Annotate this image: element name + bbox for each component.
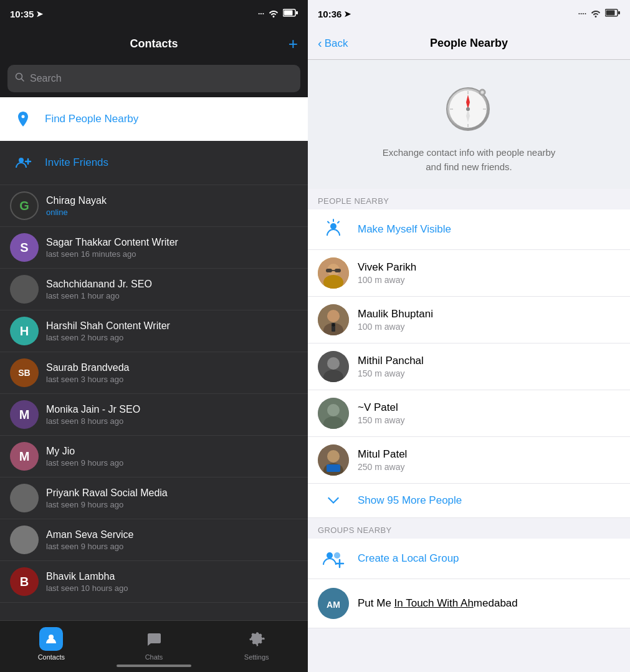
contact-name: Bhavik Lambha bbox=[46, 571, 298, 582]
svg-rect-10 bbox=[606, 11, 615, 16]
left-status-icons: ··· bbox=[258, 9, 298, 19]
group-avatar: AM bbox=[318, 588, 349, 619]
svg-point-45 bbox=[327, 450, 340, 463]
avatar bbox=[318, 257, 349, 289]
settings-tab-icon bbox=[245, 627, 269, 651]
svg-point-49 bbox=[334, 552, 340, 559]
person-name: Mithil Panchal bbox=[358, 355, 620, 367]
put-in-touch-item[interactable]: AM Put Me In Touch With Ahmedabad bbox=[308, 579, 630, 628]
avatar bbox=[10, 526, 39, 554]
person-info: Mithil Panchal 150 m away bbox=[358, 355, 620, 378]
create-group-icon bbox=[318, 547, 349, 570]
contact-item[interactable]: Priyank Raval Social Media last seen 9 h… bbox=[0, 478, 308, 519]
make-visible-item[interactable]: Make Myself Visible bbox=[308, 209, 630, 250]
contact-item[interactable]: G Chirag Nayak online bbox=[0, 185, 308, 227]
avatar bbox=[318, 444, 349, 476]
people-nearby-list: Make Myself Visible Vivek Parikh 100 m a… bbox=[308, 209, 630, 518]
contact-status: online bbox=[46, 208, 298, 217]
left-status-bar: 10:35 ➤ ··· bbox=[0, 0, 308, 27]
left-wifi-icon bbox=[268, 9, 279, 19]
contact-item[interactable]: Sachchidanand Jr. SEO last seen 1 hour a… bbox=[0, 269, 308, 310]
back-chevron-icon: ‹ bbox=[318, 36, 322, 50]
avatar: H bbox=[10, 317, 39, 345]
add-contact-button[interactable]: + bbox=[289, 36, 298, 52]
contact-item[interactable]: M My Jio last seen 9 hours ago bbox=[0, 436, 308, 478]
contact-name: Harshil Shah Content Writer bbox=[46, 320, 298, 332]
contacts-tab-icon bbox=[39, 627, 63, 651]
person-info: Mitul Patel 250 m away bbox=[358, 448, 620, 472]
contact-item[interactable]: S Sagar Thakkar Content Writer last seen… bbox=[0, 227, 308, 269]
contact-name: Chirag Nayak bbox=[46, 195, 298, 206]
svg-rect-11 bbox=[618, 11, 620, 14]
contact-status: last seen 9 hours ago bbox=[46, 500, 298, 509]
contact-name: Sachchidanand Jr. SEO bbox=[46, 279, 298, 290]
avatar: SB bbox=[10, 358, 39, 387]
create-local-group-item[interactable]: Create a Local Group bbox=[308, 539, 630, 579]
svg-text:AM: AM bbox=[327, 600, 340, 610]
person-item-vivek[interactable]: Vivek Parikh 100 m away bbox=[308, 250, 630, 297]
contact-item[interactable]: Aman Seva Service last seen 9 hours ago bbox=[0, 519, 308, 561]
svg-rect-31 bbox=[335, 269, 341, 272]
right-status-bar: 10:36 ➤ ···· bbox=[308, 0, 630, 27]
hero-area: Exchange contact info with people nearby… bbox=[308, 60, 630, 189]
groups-nearby-section: GROUPS NEARBY Create a Local Group AM bbox=[308, 518, 630, 628]
back-button[interactable]: ‹ Back bbox=[318, 36, 348, 50]
person-name: ~V Patel bbox=[358, 401, 620, 414]
contacts-list: G Chirag Nayak online S Sagar Thakkar Co… bbox=[0, 185, 308, 620]
person-distance: 150 m away bbox=[358, 415, 620, 425]
search-bar[interactable]: Search bbox=[7, 65, 300, 92]
page-title: People Nearby bbox=[430, 37, 508, 50]
contact-name: Sagar Thakkar Content Writer bbox=[46, 237, 298, 248]
groups-nearby-header: GROUPS NEARBY bbox=[308, 518, 630, 539]
avatar bbox=[10, 275, 39, 304]
contact-info: Bhavik Lambha last seen 10 hours ago bbox=[46, 571, 298, 593]
search-bar-container: Search bbox=[0, 60, 308, 97]
person-item-vpatel[interactable]: ~V Patel 150 m away bbox=[308, 390, 630, 437]
svg-point-48 bbox=[327, 552, 333, 559]
contact-item[interactable]: M Monika Jain - Jr SEO last seen 8 hours… bbox=[0, 394, 308, 436]
back-label: Back bbox=[325, 37, 348, 50]
tab-settings[interactable]: Settings bbox=[205, 627, 308, 661]
contact-item[interactable]: B Bhavik Lambha last seen 10 hours ago bbox=[0, 561, 308, 603]
contact-info: Monika Jain - Jr SEO last seen 8 hours a… bbox=[46, 404, 298, 426]
person-distance: 100 m away bbox=[358, 322, 620, 332]
svg-rect-30 bbox=[326, 269, 332, 272]
person-distance: 150 m away bbox=[358, 368, 620, 378]
create-local-group-label: Create a Local Group bbox=[358, 552, 459, 565]
person-info: Maulik Bhuptani 100 m away bbox=[358, 308, 620, 332]
tab-contacts[interactable]: Contacts bbox=[0, 627, 103, 661]
avatar bbox=[318, 304, 349, 335]
contact-status: last seen 1 hour ago bbox=[46, 291, 298, 300]
contact-item[interactable]: SB Saurab Brandveda last seen 3 hours ag… bbox=[0, 352, 308, 394]
put-in-touch-name: Put Me In Touch With Ahmedabad bbox=[358, 597, 620, 610]
right-status-icons: ···· bbox=[578, 9, 620, 19]
svg-rect-2 bbox=[296, 11, 298, 14]
right-nav-bar: ‹ Back People Nearby bbox=[308, 27, 630, 60]
show-more-button[interactable]: Show 95 More People bbox=[308, 484, 630, 518]
find-people-nearby-item[interactable]: Find People Nearby bbox=[0, 97, 308, 141]
contacts-title: Contacts bbox=[130, 37, 178, 50]
svg-rect-1 bbox=[284, 11, 293, 16]
invite-friends-item[interactable]: Invite Friends bbox=[0, 141, 308, 185]
right-panel: 10:36 ➤ ···· ‹ Back People Nearby bbox=[308, 0, 630, 672]
contact-item[interactable]: H Harshil Shah Content Writer last seen … bbox=[0, 310, 308, 352]
contact-info: Sagar Thakkar Content Writer last seen 1… bbox=[46, 237, 298, 259]
person-name: Vivek Parikh bbox=[358, 261, 620, 274]
svg-point-34 bbox=[327, 310, 340, 322]
avatar bbox=[10, 484, 39, 512]
svg-line-4 bbox=[22, 79, 24, 82]
home-indicator bbox=[117, 665, 191, 667]
svg-line-26 bbox=[328, 222, 329, 223]
search-placeholder: Search bbox=[30, 73, 62, 84]
show-more-label: Show 95 More People bbox=[358, 494, 462, 507]
contact-name: Saurab Brandveda bbox=[46, 362, 298, 373]
person-item-mithil[interactable]: Mithil Panchal 150 m away bbox=[308, 343, 630, 390]
svg-point-5 bbox=[19, 158, 24, 163]
search-icon bbox=[15, 72, 25, 85]
person-item-maulik[interactable]: Maulik Bhuptani 100 m away bbox=[308, 297, 630, 343]
contact-status: last seen 3 hours ago bbox=[46, 375, 298, 384]
contact-status: last seen 9 hours ago bbox=[46, 542, 298, 551]
person-item-mitul[interactable]: Mitul Patel 250 m away bbox=[308, 437, 630, 484]
tab-chats[interactable]: Chats bbox=[103, 627, 206, 661]
person-distance: 250 m away bbox=[358, 462, 620, 472]
